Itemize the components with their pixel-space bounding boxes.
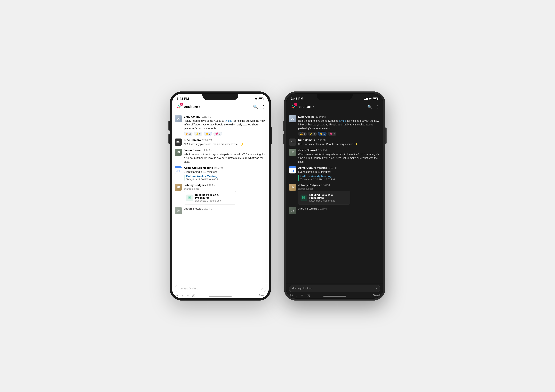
slash-command-button[interactable]: / [296, 294, 297, 297]
search-icon[interactable]: 🔍 [253, 104, 258, 109]
sender-name: Jason Stewart [298, 149, 317, 152]
sender-name: Johnny Rodgers [298, 184, 320, 187]
power-button[interactable] [271, 127, 272, 144]
avatar: LC [175, 115, 182, 122]
reaction[interactable]: 💗3 [213, 132, 222, 136]
expand-icon[interactable]: ↗ [375, 287, 378, 290]
list-item: JS Jason Stewart 2:22 PM [286, 206, 383, 216]
sender-name: Kiné Camara [184, 139, 201, 142]
message-input-box[interactable]: Message #culture ↗ [289, 285, 380, 292]
avatar: LC [289, 115, 296, 122]
list-item: JS Jason Stewart 2:14 PM What are our po… [172, 147, 269, 165]
signal-icon [250, 97, 253, 100]
avatar: JS [289, 207, 296, 214]
more-icon[interactable]: ⋮ [262, 104, 265, 109]
sender-name: Jason Stewart [184, 149, 203, 152]
avatar: JS [175, 207, 182, 214]
notification-badge: 1 [180, 103, 183, 106]
image-button[interactable]: 🖼 [307, 294, 310, 297]
list-item: JS Jason Stewart 2:22 PM [172, 206, 269, 216]
sender-name: Johnny Rodgers [184, 184, 206, 187]
message-text: Really need to give some Kudos to @julie… [184, 119, 266, 130]
messages-area: LC Lane Collins 12:50 PM Really need to … [286, 112, 383, 283]
message-content: Johnny Rodgers 2:18 PM shared a post [298, 184, 380, 205]
message-text: No! It was my pleasure! People are very … [184, 142, 266, 146]
post-card[interactable]: Building Policies & Procedures Last edit… [184, 191, 236, 205]
send-button[interactable]: Send [373, 294, 380, 297]
header-left: 1 #culture ▾ [290, 103, 314, 111]
avatar-calendar: 31 [289, 166, 296, 173]
list-item: LC Lane Collins 12:50 PM Really need to … [286, 114, 383, 137]
vol-down-button[interactable] [283, 134, 284, 144]
avatar: JS [289, 149, 296, 156]
header-right: 🔍 ⋮ [253, 104, 265, 109]
signal-icon [364, 97, 368, 100]
send-button[interactable]: Send [259, 294, 265, 297]
reactions: 🎉2 ✨8 👏1 💗3 [298, 132, 380, 136]
reaction-highlighted[interactable]: 👏1 [204, 132, 212, 136]
message-text: No! It was my pleasure! People are very … [298, 142, 380, 146]
slash-command-button[interactable]: / [182, 294, 183, 297]
list-item: LC Lane Collins 12:50 PM Really need to … [172, 114, 269, 137]
format-button[interactable]: ≡ [187, 294, 189, 297]
post-card[interactable]: Building Policies & Procedures Last edit… [298, 191, 350, 205]
format-button[interactable]: ≡ [301, 294, 303, 297]
search-icon[interactable]: 🔍 [367, 104, 372, 109]
reaction[interactable]: ✨8 [194, 132, 202, 136]
message-input-box[interactable]: Message #culture ↗ [175, 285, 266, 292]
slack-logo[interactable]: 1 [175, 103, 183, 111]
list-item: JR Johnny Rodgers 2:18 PM shared a post [172, 182, 269, 206]
document-icon [188, 196, 191, 200]
message-content: Acme Culture Meeting 2:15 PM Event start… [184, 166, 266, 181]
event-meeting-name[interactable]: Culture Weekly Meeting [186, 175, 220, 178]
message-text: What are our policies in regards to pets… [184, 152, 266, 164]
messages-area: LC Lane Collins 12:50 PM Really need to … [172, 112, 269, 283]
list-item: KC Kiné Camara 12:55 PM No! It was my pl… [172, 137, 269, 147]
vol-up-button[interactable] [283, 121, 284, 131]
shared-post-label: shared a post [184, 187, 266, 190]
event-meeting-name[interactable]: Culture Weekly Meeting [300, 175, 335, 178]
reaction-highlighted[interactable]: 👏1 [318, 132, 327, 136]
message-time: 12:50 PM [316, 116, 326, 118]
message-time: 2:22 PM [204, 207, 212, 210]
reaction[interactable]: 🎉2 [184, 132, 192, 136]
channel-name[interactable]: #culture ▾ [184, 105, 200, 109]
more-icon[interactable]: ⋮ [376, 104, 380, 109]
avatar-calendar: 31 [175, 166, 182, 173]
mention-button[interactable]: @ [290, 294, 293, 297]
message-time: 2:22 PM [318, 207, 327, 210]
slack-logo[interactable]: 1 [290, 103, 297, 111]
message-time: 2:14 PM [204, 149, 212, 152]
power-button[interactable] [385, 127, 387, 144]
vol-up-button[interactable] [168, 121, 170, 131]
channel-name[interactable]: #culture ▾ [298, 105, 314, 109]
reaction[interactable]: ✨8 [308, 132, 317, 136]
sender-name: Lane Collins [184, 115, 200, 118]
list-item: JR Johnny Rodgers 2:18 PM shared a post [286, 182, 383, 206]
sender-name: Jason Stewart [298, 207, 317, 210]
battery-icon [259, 97, 264, 100]
toolbar: @ / ≡ 🖼 Send [289, 294, 380, 297]
mention-button[interactable]: @ [175, 294, 179, 297]
image-button[interactable]: 🖼 [192, 294, 196, 297]
mention[interactable]: @julie [225, 119, 232, 122]
mention[interactable]: @julie [339, 119, 347, 122]
message-text: Event starting in 15 minutes: [298, 170, 380, 174]
avatar: JR [175, 184, 182, 191]
expand-icon[interactable]: ↗ [261, 287, 263, 290]
notch [202, 94, 238, 100]
notification-badge: 1 [294, 103, 297, 106]
avatar: JS [175, 149, 182, 156]
reaction[interactable]: 🎉2 [298, 132, 307, 136]
vol-down-button[interactable] [168, 134, 170, 144]
reaction[interactable]: 💗3 [328, 132, 336, 136]
message-content: Kiné Camara 12:55 PM No! It was my pleas… [184, 139, 266, 146]
message-content: Jason Stewart 2:14 PM What are our polic… [298, 149, 380, 164]
phone-dark: 3:48 PM ▾▾ [284, 91, 385, 301]
chevron-down-icon: ▾ [313, 105, 314, 108]
message-content: Kiné Camara 12:55 PM No! It was my pleas… [298, 139, 380, 146]
app-header: 1 #culture ▾ 🔍 ⋮ [286, 102, 383, 112]
status-icons: ▾▾ [364, 97, 378, 100]
post-icon [300, 194, 307, 201]
message-time: 2:18 PM [321, 184, 330, 186]
